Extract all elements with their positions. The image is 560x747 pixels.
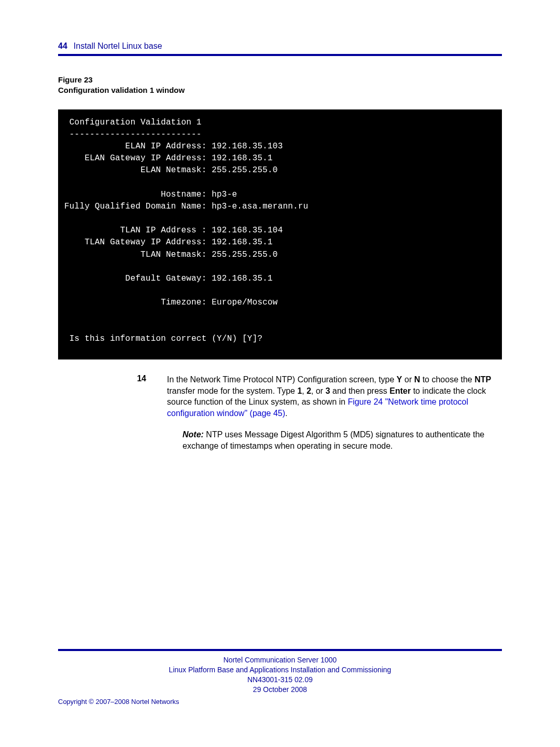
step-14: 14 In the Network Time Protocol NTP) Con… xyxy=(58,374,502,452)
note-label: Note: xyxy=(183,430,204,439)
figure-caption: Figure 23 Configuration validation 1 win… xyxy=(58,75,502,96)
page-footer: Nortel Communication Server 1000 Linux P… xyxy=(58,649,502,706)
page-number: 44 xyxy=(58,42,67,51)
terminal-screenshot: Configuration Validation 1 -------------… xyxy=(58,109,502,360)
note-text: NTP uses Message Digest Algorithm 5 (MD5… xyxy=(183,430,484,450)
figure-label-line2: Configuration validation 1 window xyxy=(58,86,185,94)
section-title: Install Nortel Linux base xyxy=(74,42,162,51)
header-rule xyxy=(58,54,502,56)
footer-center: Nortel Communication Server 1000 Linux P… xyxy=(58,655,502,695)
note-block: Note: NTP uses Message Digest Algorithm … xyxy=(183,429,502,451)
step-number: 14 xyxy=(58,374,167,452)
footer-rule xyxy=(58,649,502,651)
running-header: 44 Install Nortel Linux base xyxy=(58,42,502,51)
footer-copyright: Copyright © 2007–2008 Nortel Networks xyxy=(58,698,502,706)
page: 44 Install Nortel Linux base Figure 23 C… xyxy=(0,0,560,747)
figure-label-line1: Figure 23 xyxy=(58,75,93,84)
step-text: In the Network Time Protocol NTP) Config… xyxy=(167,374,502,452)
